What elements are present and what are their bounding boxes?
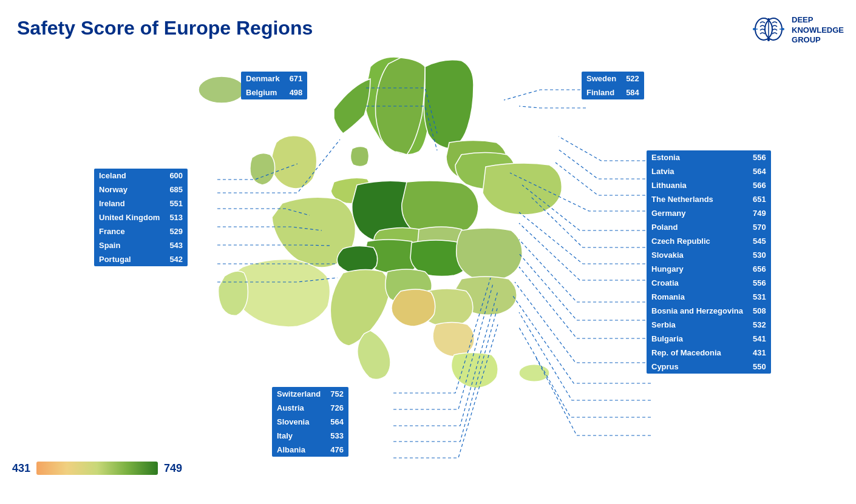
- table-row: Switzerland 752: [272, 387, 348, 401]
- legend: 431 749: [12, 462, 182, 475]
- svg-point-5: [767, 39, 770, 41]
- table-row: Ireland 551: [94, 197, 188, 210]
- table-row: Germany 749: [647, 206, 771, 220]
- table-row: Poland 570: [647, 220, 771, 234]
- page-title: Safety Score of Europe Regions: [17, 17, 313, 39]
- svg-point-11: [519, 365, 549, 381]
- legend-min: 431: [12, 462, 30, 475]
- table-row: Rep. of Macedonia 431: [647, 346, 771, 360]
- table-row: Austria 726: [272, 401, 348, 415]
- table-row: Bosnia and Herzegovina 508: [647, 304, 771, 318]
- svg-point-10: [199, 76, 245, 103]
- table-row: Latvia 564: [647, 164, 771, 178]
- table-row: Czech Republic 545: [647, 234, 771, 248]
- table-row: The Netherlands 651: [647, 192, 771, 206]
- europe-map: [164, 49, 625, 461]
- table-top-right: Sweden 522 Finland 584: [582, 72, 644, 99]
- svg-point-4: [767, 18, 770, 21]
- table-row: Serbia 532: [647, 318, 771, 332]
- table-top-center: Denmark 671 Belgium 498: [241, 72, 307, 99]
- table-row: Slovenia 564: [272, 415, 348, 429]
- table-row: Romania 531: [647, 290, 771, 304]
- table-row: Iceland 600: [94, 169, 188, 183]
- table-row: Cyprus 550: [647, 360, 771, 374]
- table-row: Estonia 556: [647, 150, 771, 164]
- table-bottom-center: Switzerland 752 Austria 726 Slovenia 564…: [272, 387, 348, 457]
- svg-point-8: [753, 28, 755, 30]
- table-row: Croatia 556: [647, 276, 771, 290]
- brain-icon: [750, 12, 787, 49]
- table-row: United Kingdom 513: [94, 210, 188, 224]
- logo-text: DEEP KNOWLEDGE GROUP: [792, 15, 844, 46]
- table-row: Spain 543: [94, 238, 188, 252]
- table-row: Norway 685: [94, 183, 188, 197]
- legend-gradient: [36, 462, 158, 475]
- table-row: Slovakia 530: [647, 248, 771, 262]
- table-right: Estonia 556 Latvia 564 Lithuania 566 The…: [647, 150, 771, 374]
- table-row: Sweden 522: [582, 72, 644, 86]
- table-row: France 529: [94, 224, 188, 238]
- table-left: Iceland 600 Norway 685 Ireland 551 Unite…: [94, 169, 188, 266]
- svg-point-9: [782, 28, 784, 30]
- table-row: Albania 476: [272, 443, 348, 457]
- legend-max: 749: [164, 462, 182, 475]
- table-row: Finland 584: [582, 86, 644, 99]
- table-row: Lithuania 566: [647, 178, 771, 192]
- logo-area: DEEP KNOWLEDGE GROUP: [750, 12, 844, 49]
- table-row: Italy 533: [272, 429, 348, 443]
- table-row: Hungary 656: [647, 262, 771, 276]
- table-row: Belgium 498: [241, 86, 307, 99]
- table-row: Portugal 542: [94, 252, 188, 266]
- table-row: Denmark 671: [241, 72, 307, 86]
- table-row: Bulgaria 541: [647, 332, 771, 346]
